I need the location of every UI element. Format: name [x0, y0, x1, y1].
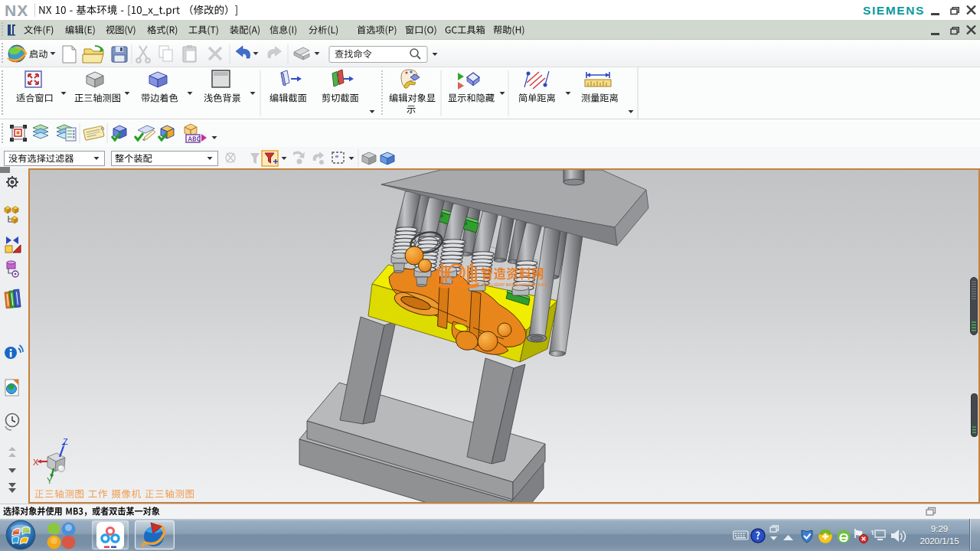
svg-text:Y: Y	[47, 476, 53, 485]
svg-text:X: X	[33, 458, 39, 467]
svg-text:Z: Z	[63, 437, 68, 446]
svg-text:INTELLIGENT MANUFACTURING DATA: INTELLIGENT MANUFACTURING DATA	[482, 283, 548, 287]
